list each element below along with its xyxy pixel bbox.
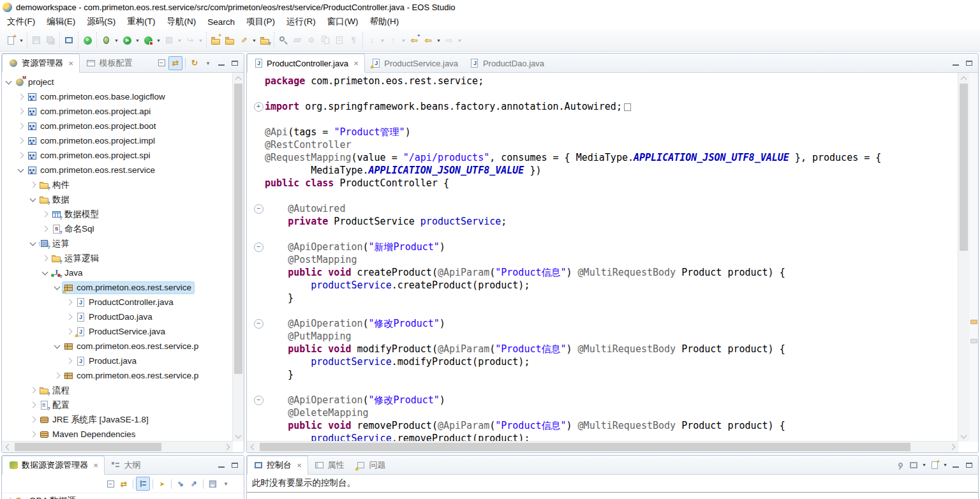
eos-server-start-button[interactable] (80, 33, 94, 47)
maximize-button[interactable] (963, 459, 976, 472)
close-icon[interactable]: ✕ (68, 60, 73, 67)
run-external-dropdown[interactable]: ▼ (155, 38, 162, 43)
expander-closed-icon[interactable] (27, 388, 38, 392)
expander-closed-icon[interactable] (15, 153, 26, 158)
tree-item-productcontroller-java[interactable]: ProductController.java (2, 295, 233, 309)
view-menu-button[interactable] (202, 57, 214, 70)
menu-item-文件-f[interactable]: 文件(F) (1, 14, 41, 29)
tree-item-运算[interactable]: ?运算 (2, 236, 233, 251)
link-with-editor-button[interactable] (168, 56, 182, 70)
import-config-button[interactable] (174, 477, 187, 490)
fold-minus-icon[interactable]: − (252, 396, 265, 405)
expander-closed-icon[interactable] (27, 403, 38, 407)
expander-open-icon[interactable] (15, 169, 26, 172)
tree-item-流程[interactable]: ?流程 (2, 383, 233, 398)
open-console-dropdown[interactable]: ▼ (942, 463, 949, 467)
menu-item-源码-s[interactable]: 源码(S) (81, 14, 121, 29)
tree-item-productdao-java[interactable]: ProductDao.java (2, 309, 233, 324)
annotation-ruler[interactable] (969, 73, 978, 442)
tab-productdao-java[interactable]: ProductDao.java (464, 54, 550, 72)
expander-open-icon[interactable] (27, 198, 38, 201)
back-button[interactable] (421, 33, 435, 47)
editor-vertical-scrollbar[interactable] (958, 73, 969, 442)
open-eos-resource-button[interactable]: ✦ (209, 33, 223, 47)
fold-minus-icon[interactable]: − (252, 204, 265, 214)
stop-dropdown[interactable]: ▼ (176, 38, 183, 43)
tree-item-com-primeton-eos-rest-service-p[interactable]: com.primeton.eos.rest.service.p (2, 339, 233, 354)
expander-open-icon[interactable] (52, 345, 63, 348)
expander-closed-icon[interactable] (64, 315, 75, 319)
menu-item-帮助-h[interactable]: 帮助(H) (364, 14, 405, 29)
tree-item-java[interactable]: ?Java (2, 265, 233, 280)
display-selected-console-dropdown[interactable]: ▼ (921, 463, 928, 467)
tree-item-product-java[interactable]: Product.java (2, 354, 233, 368)
expander-closed-icon[interactable] (15, 94, 26, 99)
tree-item-运算逻辑[interactable]: ?运算逻辑 (2, 251, 233, 265)
tree-item-配置[interactable]: ?配置 (2, 398, 233, 412)
scroll-thumb[interactable] (260, 443, 910, 451)
tab-控制台[interactable]: 控制台✕ (247, 456, 308, 475)
maximize-button[interactable] (228, 57, 241, 70)
scroll-down-arrow[interactable] (233, 431, 244, 442)
fold-minus-icon[interactable]: − (252, 242, 265, 252)
scroll-thumb[interactable] (960, 84, 968, 251)
last-edit-location-button[interactable] (407, 33, 421, 47)
tree-mode-button[interactable] (136, 477, 150, 491)
preview-button[interactable] (332, 33, 346, 47)
expander-closed-icon[interactable] (27, 432, 38, 436)
open-resource-button[interactable] (223, 33, 237, 47)
save-button[interactable] (206, 477, 219, 490)
view-menu-button[interactable] (219, 477, 232, 490)
expander-closed-icon[interactable] (40, 212, 50, 216)
new-wizard-dropdown[interactable]: ▼ (18, 38, 25, 43)
relaunch-dropdown[interactable]: ▼ (197, 38, 204, 43)
export-config-button[interactable] (188, 477, 200, 490)
search-button[interactable] (276, 33, 290, 47)
info-marker[interactable] (970, 339, 977, 343)
maximize-button[interactable] (963, 57, 976, 70)
relaunch-button[interactable] (183, 33, 197, 47)
maximize-button[interactable] (228, 459, 241, 472)
code-editor[interactable]: package com.primeton.eos.rest.service;+i… (247, 73, 958, 442)
tab-数据源资源管理器[interactable]: 数据源资源管理器✕ (2, 456, 105, 475)
fold-plus-icon[interactable]: + (252, 102, 265, 112)
tree-item-com-primeton-eos-rest-service[interactable]: com.primeton.eos.rest.service (2, 163, 233, 177)
expander-closed-icon[interactable] (15, 138, 26, 143)
debug-button[interactable] (99, 33, 113, 47)
menu-item-重构-t[interactable]: 重构(T) (121, 14, 161, 29)
menu-item-项目-p[interactable]: 项目(P) (241, 14, 281, 29)
expander-closed-icon[interactable] (27, 182, 38, 187)
refresh-button[interactable] (188, 57, 201, 70)
save-button[interactable] (29, 33, 43, 47)
previous-annotation-dropdown[interactable]: ▼ (400, 38, 407, 43)
close-icon[interactable]: ✕ (353, 60, 359, 67)
menu-item-导航-n[interactable]: 导航(N) (161, 14, 202, 29)
expander-closed-icon[interactable] (64, 359, 75, 363)
tree-item-com-primeton-eos-base-logicflow[interactable]: com.primeton.eos.base.logicflow (2, 89, 233, 104)
scroll-thumb[interactable] (15, 443, 161, 451)
tab-模板配置[interactable]: 模板配置 (80, 54, 138, 72)
next-annotation-dropdown[interactable]: ▼ (379, 38, 386, 43)
scroll-up-arrow[interactable] (233, 73, 244, 84)
show-whitespace-button[interactable] (346, 33, 360, 47)
run-tool-button[interactable] (237, 33, 251, 47)
tree-item-com-primeton-eos-rest-service-p[interactable]: com.primeton.eos.rest.service.p (2, 368, 233, 383)
expander-closed-icon[interactable] (27, 417, 38, 422)
scroll-left-arrow[interactable] (247, 442, 258, 452)
tree-vertical-scrollbar[interactable] (232, 73, 244, 442)
folded-region-icon[interactable] (624, 103, 631, 111)
tab-问题[interactable]: ▲问题 (350, 456, 391, 474)
expander-closed-icon[interactable] (40, 256, 50, 260)
save-all-button[interactable] (43, 33, 57, 47)
minimize-button[interactable] (215, 57, 228, 70)
expander-closed-icon[interactable] (15, 124, 26, 128)
menu-item-运行-r[interactable]: 运行(R) (281, 14, 322, 29)
expander-closed-icon[interactable] (15, 109, 26, 114)
expander-closed-icon[interactable] (64, 329, 75, 334)
forward-dropdown[interactable]: ▼ (456, 38, 463, 43)
tree-item-maven-dependencies[interactable]: Maven Dependencies (2, 427, 233, 442)
previous-annotation-button[interactable] (386, 33, 400, 47)
new-wizard-button[interactable] (4, 33, 18, 47)
compare-button[interactable] (318, 33, 332, 47)
pin-console-button[interactable] (894, 459, 907, 472)
